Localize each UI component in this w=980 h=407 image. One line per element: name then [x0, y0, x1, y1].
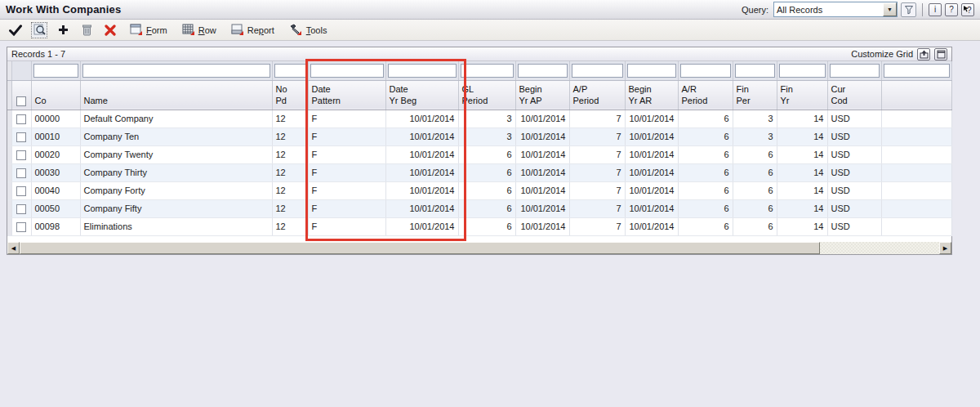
help-button[interactable]: ? — [945, 3, 958, 16]
cell-begin_yr_ap: 10/01/2014 — [515, 145, 569, 163]
scrollbar-thumb[interactable] — [20, 242, 820, 254]
qbe-input-gl_period[interactable] — [461, 64, 514, 78]
column-header-date_yr_beg[interactable]: Date Yr Beg — [385, 80, 458, 110]
row-checkbox[interactable] — [16, 168, 26, 178]
report-menu[interactable]: Report — [229, 23, 277, 37]
cell-gl_period: 6 — [458, 199, 515, 217]
whats-this-help-button[interactable]: ? — [961, 3, 974, 16]
qbe-input-date_pattern[interactable] — [310, 64, 384, 78]
close-x-icon — [105, 25, 116, 36]
row-checkbox[interactable] — [16, 114, 26, 124]
row-checkbox[interactable] — [16, 132, 26, 142]
horizontal-scrollbar[interactable]: ◀ ▶ — [7, 242, 951, 254]
svg-text:?: ? — [967, 6, 972, 15]
cell-ar_period: 6 — [678, 199, 733, 217]
row-menu[interactable]: Row — [180, 23, 219, 37]
cell-begin_yr_ap: 10/01/2014 — [515, 199, 569, 217]
cell-begin_yr_ap: 10/01/2014 — [515, 181, 569, 199]
filter-button[interactable] — [901, 2, 916, 17]
qbe-cell-fin_yr — [777, 61, 827, 80]
qbe-cell-gl_period — [458, 61, 515, 80]
cell-co: 00020 — [31, 145, 80, 163]
report-menu-label: Report — [247, 25, 274, 35]
qbe-input-co[interactable] — [33, 64, 78, 78]
cell-date_pattern: F — [308, 110, 385, 127]
cell-date_pattern: F — [308, 127, 385, 145]
scroll-left-button[interactable]: ◀ — [7, 242, 20, 254]
select-all-checkbox[interactable] — [16, 96, 26, 106]
cell-trailing — [881, 127, 951, 145]
trash-icon — [82, 24, 92, 36]
query-dropdown-value: All Records — [774, 5, 883, 15]
tools-menu[interactable]: Tools — [287, 23, 330, 37]
table-row: 00030Company Thirty12F10/01/2014610/01/2… — [7, 163, 951, 181]
chevron-down-icon[interactable]: ▼ — [883, 2, 897, 16]
row-checkbox[interactable] — [16, 150, 26, 160]
qbe-cell-trailing — [881, 61, 951, 80]
column-header-ar_period[interactable]: A/R Period — [678, 80, 733, 110]
select-button[interactable] — [7, 22, 24, 38]
cell-date_yr_beg: 10/01/2014 — [385, 127, 458, 145]
cell-begin_yr_ap: 10/01/2014 — [515, 163, 569, 181]
column-header-co[interactable]: Co — [31, 80, 80, 110]
qbe-input-fin_per[interactable] — [735, 64, 775, 78]
fullscreen-grid-button[interactable] — [934, 48, 947, 60]
find-button[interactable] — [31, 22, 47, 38]
cell-date_yr_beg: 10/01/2014 — [385, 110, 458, 127]
row-select-cell — [11, 163, 31, 181]
export-grid-button[interactable] — [917, 48, 930, 60]
toolbar-divider — [922, 3, 923, 16]
grid-header-row: CoNameNo PdDate PatternDate Yr BegGL Per… — [7, 80, 951, 110]
records-bar: Records 1 - 7 Customize Grid — [7, 47, 951, 61]
qbe-input-name[interactable] — [82, 64, 270, 78]
query-dropdown[interactable]: All Records ▼ — [773, 2, 898, 17]
qbe-input-cur_cod[interactable] — [830, 64, 880, 78]
qbe-cell-no_pd — [272, 61, 308, 80]
column-header-fin_yr[interactable]: Fin Yr — [777, 80, 827, 110]
qbe-input-ar_period[interactable] — [680, 64, 731, 78]
column-header-no_pd[interactable]: No Pd — [272, 80, 308, 110]
row-checkbox[interactable] — [16, 186, 26, 196]
column-header-fin_per[interactable]: Fin Per — [733, 80, 777, 110]
column-header-date_pattern[interactable]: Date Pattern — [308, 80, 385, 110]
cell-fin_yr: 14 — [777, 145, 827, 163]
cell-name: Company Forty — [80, 181, 272, 199]
report-doc-icon — [231, 24, 244, 36]
row-checkbox[interactable] — [16, 222, 26, 232]
customize-grid-link[interactable]: Customize Grid — [851, 49, 913, 59]
qbe-input-begin_yr_ar[interactable] — [627, 64, 676, 78]
column-header-gl_period[interactable]: GL Period — [458, 80, 515, 110]
qbe-input-fin_yr[interactable] — [779, 64, 826, 78]
qbe-input-date_yr_beg[interactable] — [388, 64, 457, 78]
cell-no_pd: 12 — [272, 110, 308, 127]
cell-ap_period: 7 — [569, 199, 625, 217]
form-menu[interactable]: Form — [127, 23, 170, 37]
column-header-cur_cod[interactable]: Cur Cod — [827, 80, 881, 110]
toolbar-menus: FormRowReportTools — [127, 23, 329, 37]
column-header-begin_yr_ap[interactable]: Begin Yr AP — [515, 80, 569, 110]
qbe-input-begin_yr_ap[interactable] — [518, 64, 568, 78]
companies-table: CoNameNo PdDate PatternDate Yr BegGL Per… — [7, 61, 952, 236]
check-icon — [9, 25, 22, 36]
qbe-input-ap_period[interactable] — [572, 64, 623, 78]
qbe-input-trailing[interactable] — [884, 64, 950, 78]
title-bar: Work With Companies Query: All Records ▼… — [0, 0, 980, 20]
scrollbar-track[interactable] — [820, 242, 939, 254]
scroll-right-button[interactable]: ▶ — [939, 242, 951, 254]
window-icon — [937, 50, 946, 59]
column-header-name[interactable]: Name — [80, 80, 272, 110]
table-row: 00050Company Fifty12F10/01/2014610/01/20… — [7, 199, 951, 217]
column-header-trailing — [881, 80, 951, 110]
qbe-input-no_pd[interactable] — [274, 64, 306, 78]
info-button[interactable]: i — [929, 3, 942, 16]
cell-date_pattern: F — [308, 199, 385, 217]
delete-button[interactable] — [78, 22, 95, 38]
cell-name: Company Ten — [80, 127, 272, 145]
add-button[interactable] — [55, 22, 71, 38]
row-checkbox[interactable] — [16, 204, 26, 214]
close-button[interactable] — [102, 22, 118, 38]
column-header-ap_period[interactable]: A/P Period — [569, 80, 625, 110]
column-header-begin_yr_ar[interactable]: Begin Yr AR — [625, 80, 678, 110]
info-icon: i — [934, 5, 936, 14]
cell-cur_cod: USD — [827, 217, 881, 235]
